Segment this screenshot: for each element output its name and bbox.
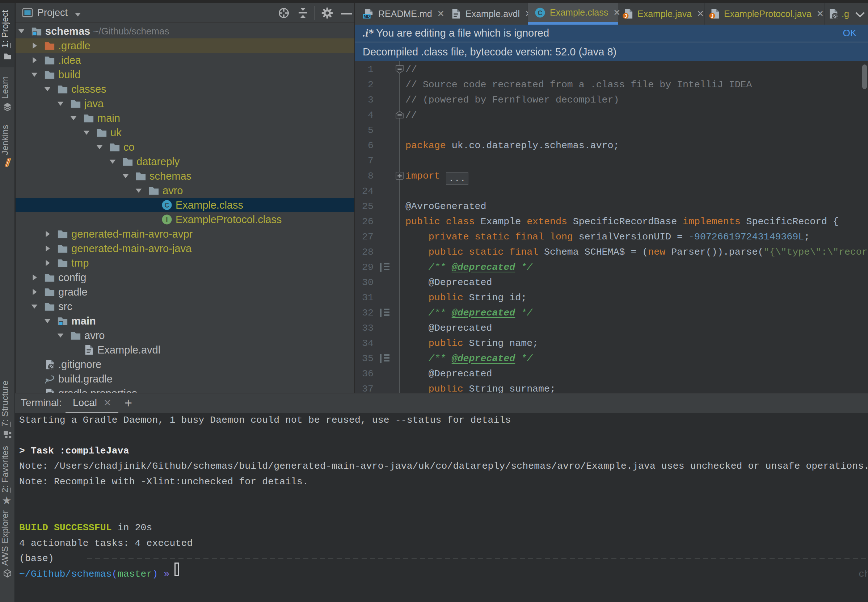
svg-text:J: J: [624, 13, 627, 19]
svg-text:C: C: [165, 202, 169, 209]
svg-text:J: J: [710, 13, 713, 19]
svg-text:I: I: [166, 216, 168, 223]
svg-text:MD: MD: [364, 14, 370, 18]
svg-text:C: C: [538, 9, 543, 16]
